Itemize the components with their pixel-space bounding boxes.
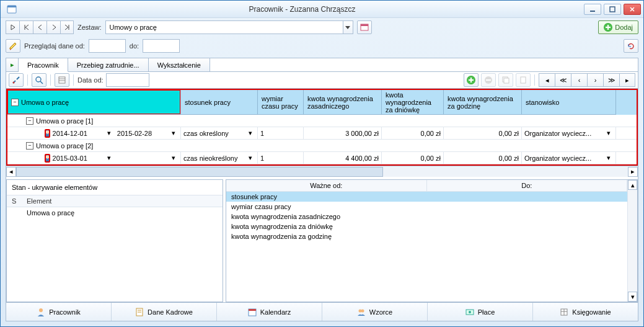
horizontal-scrollbar[interactable]: ◂ ▸ [6, 166, 638, 177]
edit-icon-button[interactable] [6, 39, 20, 53]
nav-dane-kadrowe[interactable]: Dane Kadrowe [112, 303, 217, 321]
col-kwota-dn[interactable]: kwota wynagrodzenia za dniówkę [382, 90, 444, 115]
person-icon [37, 308, 45, 316]
grid-first-button[interactable]: ≪ [555, 73, 571, 87]
col-stanowisko[interactable]: stanowisko [522, 90, 616, 115]
add-row-button[interactable] [464, 73, 479, 87]
nav-first-button[interactable] [19, 20, 33, 34]
collapse-icon[interactable]: − [26, 117, 33, 125]
browse-to-input[interactable] [143, 39, 180, 53]
col-element[interactable]: Element [22, 195, 223, 207]
browse-to-label: do: [130, 42, 139, 50]
grid-row[interactable]: 2014-12-01▾ 2015-02-28▾ czas określony▾ … [7, 127, 637, 140]
search-button[interactable] [32, 73, 46, 87]
col-kwota-godz[interactable]: kwota wynagrodzenia za godzinę [444, 90, 522, 115]
tab-pracownik[interactable]: Pracownik [19, 58, 68, 72]
scroll-left-icon[interactable]: ◂ [6, 167, 16, 177]
grid-last-button[interactable]: ≫ [603, 73, 619, 87]
left-panel: Stan - ukrywanie elementów S Element Umo… [6, 179, 223, 302]
maximize-button[interactable] [604, 4, 621, 15]
col-wazne-od[interactable]: Ważne od: [226, 180, 427, 191]
app-window: Pracownik - Zuzanna Chrząszcz Zestaw: Um… [0, 0, 644, 327]
chevron-down-icon[interactable]: ▾ [169, 154, 178, 162]
col-umowa[interactable]: − Umowa o pracę [7, 90, 181, 115]
grid-fwd-button[interactable]: › [587, 73, 603, 87]
nav-place[interactable]: Płace [428, 303, 533, 321]
list-item[interactable]: kwota wynagrodzenia za godzinę [226, 231, 627, 241]
col-s[interactable]: S [7, 195, 22, 207]
zestaw-dropdown[interactable]: Umowy o pracę [105, 20, 353, 34]
chevron-down-icon[interactable]: ▾ [246, 154, 255, 162]
nav-wzorce[interactable]: Wzorce [322, 303, 428, 321]
svg-rect-14 [504, 78, 509, 83]
svg-point-7 [36, 77, 41, 82]
nav-prev-button[interactable] [33, 20, 46, 34]
col-wymiar[interactable]: wymiar czasu pracy [258, 90, 304, 115]
tools-button[interactable] [9, 73, 24, 87]
add-button[interactable]: Dodaj [598, 20, 638, 34]
toolbar-filter: Przeglądaj dane od: do: [1, 37, 643, 55]
col-stosunek[interactable]: stosunek pracy [181, 90, 258, 115]
document-icon [135, 308, 144, 316]
list-item[interactable]: wymiar czasu pracy [226, 202, 627, 212]
tab-przebieg[interactable]: Przebieg zatrudnie... [68, 58, 149, 71]
list-item[interactable]: kwota wynagrodzenia za dniówkę [226, 222, 627, 231]
chevron-down-icon[interactable]: ▾ [169, 129, 178, 137]
nav-ksiegowanie[interactable]: Księgowanie [533, 303, 638, 321]
nav-play-button[interactable] [6, 20, 19, 34]
ledger-icon [560, 308, 568, 316]
col-do[interactable]: Do: [427, 180, 628, 191]
grid-prev-button[interactable]: ◂ [539, 73, 555, 87]
collapse-icon[interactable]: − [26, 142, 33, 150]
grid-group: − Umowa o pracę [1] 2014-12-01▾ 2015-02-… [7, 115, 637, 140]
table-row[interactable]: Umowa o pracę [7, 207, 223, 219]
browse-from-input[interactable] [89, 39, 126, 53]
remove-row-button[interactable] [481, 73, 496, 87]
tab-wyksztalcenie[interactable]: Wykształcenie [149, 58, 210, 71]
col-kwota-zas[interactable]: kwota wynagrodzenia zasadniczego [304, 90, 382, 115]
svg-point-25 [469, 311, 471, 313]
titlebar: Pracownik - Zuzanna Chrząszcz [1, 1, 643, 18]
scroll-right-icon[interactable]: ▸ [628, 167, 638, 177]
form-view-button[interactable] [55, 73, 69, 87]
nav-pracownik[interactable]: Pracownik [6, 303, 112, 321]
grid-row[interactable]: 2015-03-01▾ ▾ czas nieokreślony▾ 1 4 400… [7, 152, 637, 164]
list-item[interactable]: stosunek pracy [226, 192, 627, 202]
zestaw-config-button[interactable] [357, 20, 372, 34]
person-icon [45, 129, 50, 138]
refresh-button[interactable] [624, 39, 638, 53]
chevron-down-icon[interactable]: ▾ [604, 154, 613, 162]
vertical-scrollbar[interactable]: ▴ ▾ [627, 180, 637, 302]
scroll-up-icon[interactable]: ▴ [628, 180, 637, 190]
copy-button[interactable] [498, 73, 513, 87]
chevron-down-icon[interactable]: ▾ [105, 154, 113, 162]
bottom-nav: Pracownik Dane Kadrowe Kalendarz Wzorce … [6, 302, 638, 321]
chevron-down-icon[interactable]: ▾ [604, 129, 613, 137]
right-panel: Ważne od: Do: stosunek pracy wymiar czas… [226, 179, 638, 302]
scroll-thumb[interactable] [16, 167, 383, 177]
data-od-input[interactable] [106, 73, 149, 87]
chevron-down-icon[interactable]: ▾ [105, 129, 113, 137]
collapse-icon[interactable]: − [11, 99, 19, 106]
close-button[interactable] [624, 4, 641, 15]
grid-next-button[interactable]: ▸ [619, 73, 635, 87]
scroll-down-icon[interactable]: ▾ [628, 292, 637, 302]
left-panel-title: Stan - ukrywanie elementów [7, 180, 223, 195]
grid-back-button[interactable]: ‹ [571, 73, 587, 87]
paste-button[interactable] [516, 73, 531, 87]
nav-kalendarz[interactable]: Kalendarz [217, 303, 322, 321]
zestaw-value: Umowy o pracę [106, 24, 343, 31]
run-icon[interactable]: ▸ [6, 58, 19, 71]
nav-next-button[interactable] [46, 20, 60, 34]
nav-last-button[interactable] [60, 20, 74, 34]
list-item[interactable]: kwota wynagrodzenia zasadniczego [226, 212, 627, 222]
group-label: Umowa o pracę [2] [36, 142, 93, 150]
app-icon [7, 4, 17, 14]
chevron-down-icon[interactable]: ▾ [246, 129, 255, 137]
svg-rect-12 [486, 79, 491, 81]
chevron-down-icon [343, 21, 353, 34]
grid: − Umowa o pracę stosunek pracy wymiar cz… [6, 89, 638, 166]
plus-icon [604, 23, 612, 32]
svg-point-6 [13, 82, 15, 84]
minimize-button[interactable] [584, 4, 601, 15]
